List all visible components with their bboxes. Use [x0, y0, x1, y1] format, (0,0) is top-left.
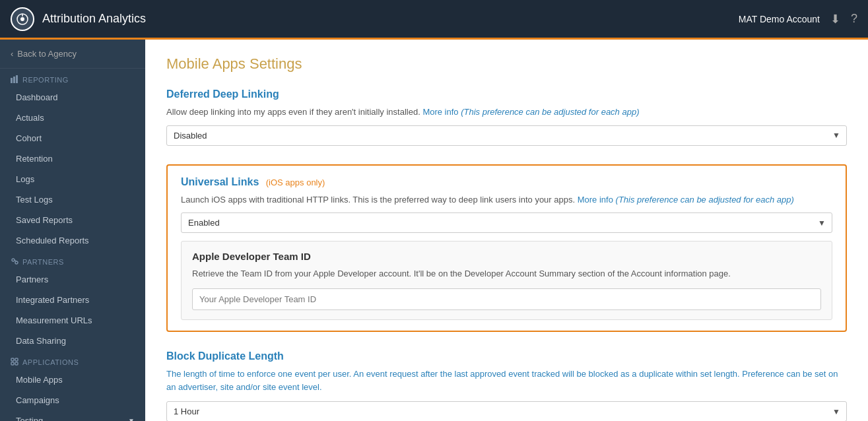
svg-rect-10 [15, 358, 18, 361]
partners-icon [11, 257, 18, 267]
deferred-more-info-link[interactable]: More info [422, 107, 458, 117]
reporting-icon [11, 75, 18, 84]
header: Attribution Analytics MAT Demo Account ⬇… [0, 0, 868, 40]
universal-select-wrapper: Disabled Enabled ▼ [181, 212, 832, 233]
sidebar: ‹ Back to Agency REPORTING Dashboard Act… [0, 40, 145, 421]
block-duplicate-desc: The length of time to enforce one event … [166, 368, 847, 395]
section-universal-links: Universal Links (iOS apps only) Launch i… [166, 164, 847, 332]
universal-more-info-link[interactable]: More info [578, 195, 613, 205]
section-block-duplicate: Block Duplicate Length The length of tim… [166, 350, 847, 422]
sidebar-section-reporting: REPORTING [0, 69, 145, 87]
back-to-agency[interactable]: ‹ Back to Agency [0, 40, 145, 69]
svg-rect-12 [15, 362, 18, 365]
svg-point-7 [15, 261, 18, 264]
sidebar-item-campaigns[interactable]: Campaigns [0, 390, 145, 410]
svg-rect-4 [13, 77, 15, 83]
svg-rect-9 [11, 358, 14, 361]
sidebar-item-testing[interactable]: Testing ▼ [0, 410, 145, 421]
sidebar-item-scheduled-reports[interactable]: Scheduled Reports [0, 230, 145, 251]
sidebar-item-partners[interactable]: Partners [0, 269, 145, 290]
sidebar-section-partners: PARTNERS [0, 251, 145, 269]
sidebar-item-data-sharing[interactable]: Data Sharing [0, 331, 145, 351]
sidebar-item-dashboard[interactable]: Dashboard [0, 87, 145, 108]
universal-links-title: Universal Links (iOS apps only) [181, 176, 832, 188]
sidebar-item-mobile-apps[interactable]: Mobile Apps [0, 370, 145, 390]
sidebar-item-measurement-urls[interactable]: Measurement URLs [0, 310, 145, 331]
universal-links-desc: Launch iOS apps with traditional HTTP li… [181, 193, 832, 207]
apple-team-id-input[interactable] [192, 288, 821, 310]
download-icon[interactable]: ⬇ [830, 12, 840, 26]
sidebar-item-integrated-partners[interactable]: Integrated Partners [0, 290, 145, 310]
app-title: Attribution Analytics [42, 12, 739, 26]
svg-line-8 [15, 260, 17, 261]
back-label: Back to Agency [17, 49, 77, 59]
deferred-deep-linking-title: Deferred Deep Linking [166, 88, 847, 100]
help-icon[interactable]: ? [851, 12, 857, 26]
main-content: Mobile Apps Settings Deferred Deep Linki… [145, 40, 868, 421]
sidebar-item-logs[interactable]: Logs [0, 169, 145, 189]
sidebar-section-applications: APPLICATIONS [0, 351, 145, 370]
sidebar-item-retention[interactable]: Retention [0, 148, 145, 169]
sidebar-item-cohort[interactable]: Cohort [0, 128, 145, 148]
section-deferred-deep-linking: Deferred Deep Linking Allow deep linking… [166, 88, 847, 146]
deferred-select[interactable]: Disabled Enabled [166, 125, 847, 146]
sidebar-item-saved-reports[interactable]: Saved Reports [0, 210, 145, 230]
applications-icon [11, 358, 18, 367]
layout: ‹ Back to Agency REPORTING Dashboard Act… [0, 40, 868, 421]
svg-point-1 [20, 17, 24, 21]
svg-rect-5 [16, 75, 18, 83]
svg-point-6 [12, 259, 15, 261]
chevron-down-icon: ▼ [128, 417, 135, 421]
apple-team-id-section: Apple Developer Team ID Retrieve the Tea… [181, 241, 832, 320]
logo [11, 7, 34, 31]
svg-rect-11 [11, 362, 14, 365]
deferred-select-wrapper: Disabled Enabled ▼ [166, 125, 847, 146]
apple-team-id-desc: Retrieve the Team ID from your Apple Dev… [192, 267, 821, 280]
deferred-deep-linking-desc: Allow deep linking into my apps even if … [166, 106, 847, 119]
chevron-left-icon: ‹ [11, 49, 13, 59]
block-duplicate-select-wrapper: 1 Hour 2 Hours 4 Hours 8 Hours 24 Hours … [166, 401, 847, 421]
svg-rect-3 [11, 78, 13, 83]
account-name: MAT Demo Account [739, 14, 820, 24]
block-duplicate-title: Block Duplicate Length [166, 350, 847, 362]
block-duplicate-select[interactable]: 1 Hour 2 Hours 4 Hours 8 Hours 24 Hours [166, 401, 847, 421]
header-right: MAT Demo Account ⬇ ? [739, 12, 857, 26]
page-title: Mobile Apps Settings [166, 55, 847, 73]
sidebar-item-test-logs[interactable]: Test Logs [0, 189, 145, 210]
apple-team-id-title: Apple Developer Team ID [192, 251, 821, 262]
universal-select[interactable]: Disabled Enabled [181, 212, 832, 233]
sidebar-item-actuals[interactable]: Actuals [0, 108, 145, 128]
